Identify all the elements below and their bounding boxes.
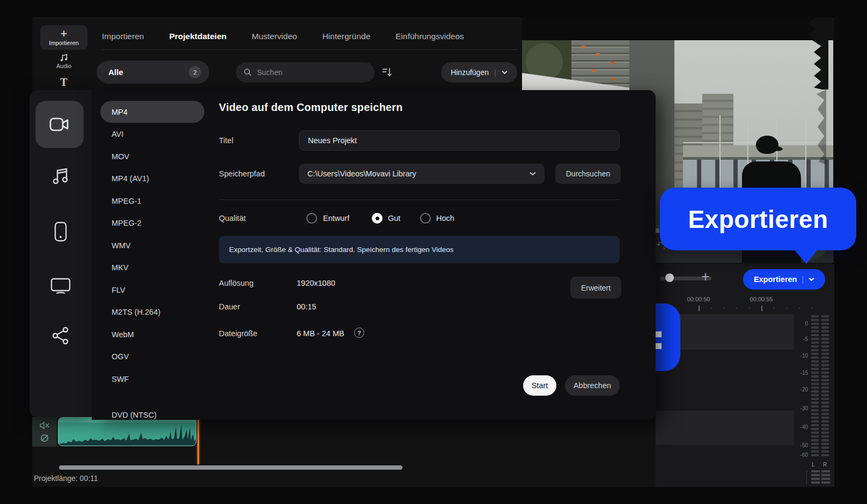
format-item-avi[interactable]: AVI (100, 123, 204, 145)
audio-waveform (58, 418, 196, 446)
button-separator: | (494, 68, 496, 77)
zoom-in-icon[interactable]: + (698, 269, 713, 286)
tab-einführungsvideos[interactable]: Einführungsvideos (395, 32, 464, 41)
search-input[interactable]: Suchen (236, 62, 374, 83)
timeline-audio-track[interactable] (656, 411, 794, 445)
destination-device-tab[interactable] (30, 221, 92, 242)
track-header (32, 417, 57, 447)
export-callout-label: Exportieren (688, 205, 828, 234)
quality-radio-entwurf[interactable] (306, 213, 317, 224)
ruler-timestamp: 00:00:50 (687, 296, 710, 302)
meter-db-label: 0 (795, 321, 808, 327)
quality-radio-gut[interactable] (372, 213, 383, 224)
meter-channel-left: L (812, 462, 815, 468)
export-dialog: MP4AVIMOVMP4 (AV1)MPEG-1MPEG-2WMVMKVFLVM… (92, 90, 656, 420)
quality-radio-label: Hoch (436, 214, 454, 223)
format-item-wmv[interactable]: WMV (100, 234, 204, 256)
export-callout-tooltip: Exportieren (660, 188, 856, 250)
quality-label: Qualität (219, 214, 246, 223)
advanced-button[interactable]: Erweitert (570, 277, 621, 299)
audio-tool-button[interactable]: Audio (40, 53, 87, 69)
path-select[interactable]: C:\Users\Videos\Movavi Library (299, 164, 545, 184)
format-item-mkv[interactable]: MKV (100, 257, 204, 279)
search-icon (244, 68, 252, 77)
app-screenshot: + Importieren Audio T ImportierenProjekt… (0, 0, 867, 504)
import-button[interactable]: + Importieren (40, 25, 87, 50)
browse-button[interactable]: Durchsuchen (555, 164, 621, 184)
quality-radio-label: Entwurf (323, 214, 349, 223)
audio-tool-label: Audio (56, 63, 71, 69)
audio-clip[interactable] (58, 417, 196, 446)
audio-meter-right (821, 315, 829, 457)
meter-db-label: -15 (795, 370, 808, 376)
destination-tv-tab[interactable] (30, 277, 92, 295)
format-item-ogv[interactable]: OGV (100, 346, 204, 368)
add-button[interactable]: Hinzufügen | (441, 62, 517, 83)
tab-mustervideo[interactable]: Mustervideo (252, 32, 297, 41)
destination-share-tab[interactable] (30, 326, 92, 345)
meter-divider (806, 470, 807, 484)
ruler-tick-minor (724, 308, 725, 309)
stop-icon[interactable] (655, 228, 659, 233)
ruler-tick-minor (787, 308, 788, 309)
filter-count-badge: 2 (189, 66, 201, 78)
meter-db-label: -30 (795, 405, 808, 411)
quality-radio-label: Gut (388, 214, 400, 223)
waveform-grid-icon[interactable] (811, 470, 832, 484)
chevron-down-icon (530, 172, 536, 176)
format-item-mp4[interactable]: MP4 (100, 101, 204, 123)
filesize-value: 6 MB - 24 MB (297, 329, 344, 338)
help-icon[interactable]: ? (354, 328, 364, 338)
meter-db-label: -60 (795, 452, 808, 458)
speaker-mute-icon[interactable] (39, 421, 50, 430)
horizontal-scrollbar[interactable] (59, 465, 402, 470)
ruler-tick (699, 306, 700, 311)
quality-radio-hoch[interactable] (420, 213, 431, 224)
format-item-m2ts-h-264-[interactable]: M2TS (H.264) (100, 301, 204, 323)
format-item-mpeg-1[interactable]: MPEG-1 (100, 190, 204, 212)
form-divider (219, 199, 620, 200)
callout-glyph (656, 331, 662, 337)
title-input[interactable]: Neues Projekt (299, 130, 620, 151)
format-item-mp4-av1-[interactable]: MP4 (AV1) (100, 168, 204, 190)
text-tool-button[interactable]: T (40, 76, 87, 88)
filesize-label: Dateigröße (219, 329, 258, 338)
cancel-button[interactable]: Abbrechen (565, 375, 620, 396)
destination-audio-tab[interactable] (30, 166, 92, 186)
start-button[interactable]: Start (523, 375, 556, 396)
timeline-zoom-knob[interactable] (665, 273, 674, 282)
ruler-tick-minor (749, 308, 750, 309)
meter-channel-right: R (823, 462, 827, 468)
dialog-title: Video auf dem Computer speichern (219, 101, 403, 114)
format-item-flv[interactable]: FLV (100, 279, 204, 301)
meter-db-label: -5 (795, 336, 808, 342)
meter-db-label: -10 (795, 353, 808, 359)
export-button[interactable]: Exportieren | (743, 269, 825, 290)
chevron-down-icon (502, 70, 508, 75)
duration-label: Dauer (219, 302, 240, 311)
eye-hidden-icon[interactable] (39, 433, 50, 443)
filter-all-chip[interactable]: Alle 2 (97, 61, 209, 84)
tab-importieren[interactable]: Importieren (102, 32, 144, 41)
project-length-label: Projektlänge: 00:11 (34, 474, 98, 483)
chevron-down-icon (809, 277, 814, 281)
audio-meter-left (811, 315, 819, 457)
format-item-mpeg-2[interactable]: MPEG-2 (100, 212, 204, 234)
plus-icon: + (61, 29, 68, 39)
ruler-tick (761, 306, 762, 311)
format-item-webm[interactable]: WebM (100, 323, 204, 345)
destination-video-tab[interactable] (35, 101, 84, 148)
add-button-label: Hinzufügen (451, 68, 489, 77)
preview-toolbar (522, 18, 826, 40)
format-item-swf[interactable]: SWF (100, 368, 204, 390)
library-tabs: ImportierenProjektdateienMustervideoHint… (102, 29, 464, 43)
quality-info-box: Exportzeit, Größe & Qualität: Standard. … (219, 236, 620, 263)
format-item-mov[interactable]: MOV (100, 145, 204, 167)
sort-icon[interactable] (381, 66, 395, 80)
tab-projektdateien[interactable]: Projektdateien (169, 32, 226, 41)
filter-all-label: Alle (108, 68, 189, 77)
top-divider (33, 18, 520, 18)
music-note-icon (60, 53, 69, 62)
format-item-dvd-ntsc-[interactable]: DVD (NTSC) (100, 404, 204, 420)
tab-hintergründe[interactable]: Hintergründe (322, 32, 371, 41)
